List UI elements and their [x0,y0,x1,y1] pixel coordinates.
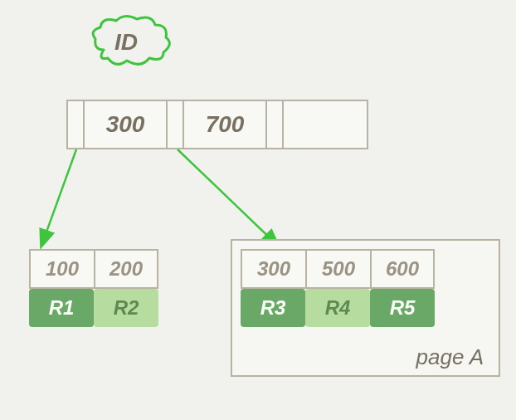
root-key-1: 700 [184,101,267,148]
leaf-node-left: 100 200 R1 R2 [29,249,158,327]
root-pointer-1 [168,101,184,148]
leaf-left-record-1: R2 [94,289,158,327]
page-label: page A [416,344,484,370]
svg-line-2 [178,149,278,246]
leaf-left-key-0: 100 [29,249,94,289]
root-empty [284,101,367,148]
root-pointer-2 [267,101,284,148]
leaf-right-key-0: 300 [241,249,305,289]
leaf-right-record-2: R5 [370,289,435,327]
root-pointer-0 [68,101,85,148]
leaf-right-record-0: R3 [241,289,305,327]
page-a-container: 300 500 600 R3 R4 R5 page A [231,239,500,377]
leaf-right-record-1: R4 [305,289,370,327]
root-key-0: 300 [85,101,168,148]
svg-line-1 [41,149,76,246]
leaf-left-key-1: 200 [94,249,158,289]
root-node: 300 700 [66,100,368,149]
leaf-right-key-2: 600 [370,249,435,289]
leaf-node-right: 300 500 600 R3 R4 R5 [241,249,435,327]
index-label: ID [114,29,138,56]
leaf-right-key-1: 500 [305,249,370,289]
leaf-left-record-0: R1 [29,289,94,327]
